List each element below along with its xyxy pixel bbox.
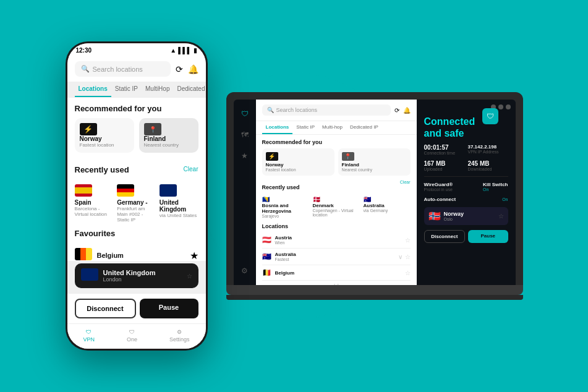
desktop-recent-bih[interactable]: 🇧🇦 Bosnia and Herzegovina Sarajevo xyxy=(262,196,309,218)
austria-star-icon[interactable]: ☆ xyxy=(405,237,411,244)
australia-name: Australia xyxy=(364,203,411,208)
australia2-actions: ∨ ☆ xyxy=(398,254,411,260)
connection-time-stat: 00:01:57 Connection time xyxy=(424,144,464,155)
desktop-clear-button[interactable]: Clear xyxy=(400,180,411,194)
fav-belgium[interactable]: Belgium ★ xyxy=(75,243,198,261)
scene: 12:30 ▲ ▌▌▌ ▮ 🔍 Search locations ⟳ 🔔 Loc… xyxy=(66,41,523,351)
vpn-ip-label: VPN IP Address xyxy=(468,150,508,154)
desktop-location-belgium[interactable]: 🇧🇪 Belgium ☆ xyxy=(262,265,411,281)
transfer-stats: 167 MB Uploaded 245 MB Downloaded xyxy=(424,160,508,171)
recently-used-title: Recently used xyxy=(75,165,129,174)
recent-uk[interactable]: United Kingdom via United States xyxy=(160,184,198,223)
download-label: Downloaded xyxy=(468,167,508,171)
search-icon: 🔍 xyxy=(81,65,90,73)
refresh-icon[interactable]: ⟳ xyxy=(176,64,183,74)
phone-status-icons: ▲ ▌▌▌ ▮ xyxy=(170,47,197,54)
connected-icon-wrapper: 🛡 xyxy=(482,108,498,124)
phone-bottom-nav: 🛡 VPN 🛡 One ⚙ Settings xyxy=(67,323,206,349)
expand-icon[interactable]: ∨ xyxy=(398,254,403,260)
recently-used-header: Recently used Clear xyxy=(75,159,198,179)
wifi-icon: ▲ xyxy=(170,47,176,54)
uk-active-name: United Kingdom xyxy=(103,269,156,276)
pin-icon: 📍 xyxy=(144,123,161,135)
desktop-scroll: Recommended for you ⚡ Norway Fastest loc… xyxy=(256,135,417,285)
desktop-bell-icon[interactable]: 🔔 xyxy=(403,107,411,114)
desktop-tab-static-ip[interactable]: Static IP xyxy=(292,121,318,134)
germany-name: Germany - xyxy=(117,199,147,206)
desktop-location-austria[interactable]: 🇦🇹 Austria Wien ☆ xyxy=(262,232,411,249)
desktop-disconnect-button[interactable]: Disconnect xyxy=(424,230,466,243)
spain-sub: Barcelona - Virtual location xyxy=(75,206,114,217)
lightning-icon: ⚡ xyxy=(80,123,97,135)
location-star-icon[interactable]: ☆ xyxy=(498,213,504,219)
fav-uk-active[interactable]: United Kingdom London ☆ xyxy=(75,263,198,288)
desktop-rec-norway[interactable]: ⚡ Norway Fastest location xyxy=(262,148,334,176)
stats-grid: 00:01:57 Connection time 37.142.2.198 VP… xyxy=(424,144,508,155)
desktop-search-icon: 🔍 xyxy=(267,107,274,113)
australia2-sub: Fastest xyxy=(275,257,296,262)
protocol-value: WireGuard® xyxy=(424,182,453,187)
uk-sub: via United States xyxy=(160,213,197,218)
recent-spain[interactable]: Spain Barcelona - Virtual location xyxy=(75,184,114,223)
desktop-location-australia[interactable]: 🇦🇺 Australia Fastest ∨ ☆ xyxy=(262,249,411,265)
bih-flag: 🇧🇦 xyxy=(262,196,309,203)
desktop-recent-denmark[interactable]: 🇩🇰 Denmark Copenhagen - Virtual location xyxy=(313,196,360,218)
conn-loc-info: Norway Oslo xyxy=(444,211,464,221)
rec-card-finland[interactable]: 📍 Finland Nearest country xyxy=(139,118,198,153)
belgium2-star-icon[interactable]: ☆ xyxy=(405,270,411,276)
sidebar-map-icon[interactable]: 🗺 xyxy=(238,128,252,142)
connection-time-value: 00:01:57 xyxy=(424,144,464,151)
auto-connect-label: Auto-connect xyxy=(424,197,456,202)
desktop-pause-button[interactable]: Pause xyxy=(468,230,508,243)
desktop-rec-finland[interactable]: 📍 Finland Nearest country xyxy=(338,148,411,176)
connected-panel: 🛡 Connected and safe 00:01:57 Connection… xyxy=(417,100,516,285)
desktop-refresh-icon[interactable]: ⟳ xyxy=(394,107,399,114)
rec-card-norway[interactable]: ⚡ Norway Fastest location xyxy=(75,118,134,153)
desktop-pin-icon: 📍 xyxy=(342,152,354,161)
finland-name: Finland xyxy=(144,135,166,142)
close-button[interactable] xyxy=(506,104,511,109)
denmark-flag: 🇩🇰 xyxy=(313,196,360,203)
connection-time-label: Connection time xyxy=(424,151,464,155)
phone-screen: 12:30 ▲ ▌▌▌ ▮ 🔍 Search locations ⟳ 🔔 Loc… xyxy=(67,43,206,349)
desktop-tab-dedicated-ip[interactable]: Dedicated IP xyxy=(346,121,382,134)
vpn-label: VPN xyxy=(83,336,95,343)
australia-flag: 🇦🇺 xyxy=(364,196,411,203)
bottom-tab-one[interactable]: 🛡 One xyxy=(127,329,137,343)
sidebar-star-icon[interactable]: ★ xyxy=(238,149,252,163)
sidebar-settings-icon[interactable]: ⚙ xyxy=(238,264,252,278)
phone-disconnect-button[interactable]: Disconnect xyxy=(75,299,136,318)
tab-locations[interactable]: Locations xyxy=(75,82,111,97)
conn-loc-name: Norway xyxy=(444,211,464,217)
maximize-button[interactable] xyxy=(498,104,503,109)
active-fav-section: United Kingdom London ☆ xyxy=(67,261,206,293)
bell-icon[interactable]: 🔔 xyxy=(188,64,198,74)
phone-pause-button[interactable]: Pause xyxy=(140,299,198,318)
spain-flag xyxy=(75,184,92,197)
desktop-recent-australia[interactable]: 🇦🇺 Australia via Germany xyxy=(364,196,411,218)
bih-sub: Sarajevo xyxy=(262,214,309,218)
sidebar-vpn-icon[interactable]: 🛡 xyxy=(238,107,252,121)
connected-location[interactable]: 🇳🇴 Norway Oslo ☆ xyxy=(424,207,508,225)
uk-flag xyxy=(160,184,177,197)
phone-search-input[interactable]: 🔍 Search locations xyxy=(75,61,171,77)
desktop-tab-locations[interactable]: Locations xyxy=(262,121,293,134)
desktop-search-input[interactable]: 🔍 Search locations xyxy=(262,104,391,116)
one-icon: 🛡 xyxy=(129,329,135,335)
killswitch-label: Kill Switch xyxy=(483,182,508,187)
tab-dedicated-ip[interactable]: Dedicated IP xyxy=(173,82,205,97)
vpn-ip-value: 37.142.2.198 xyxy=(468,144,508,150)
protocol-label: Protocol in use xyxy=(424,187,453,192)
upload-value: 167 MB xyxy=(424,160,464,167)
clear-button[interactable]: Clear xyxy=(184,166,198,173)
recent-germany[interactable]: Germany - Frankfurt am Main #002 - Stati… xyxy=(117,184,156,223)
tab-static-ip[interactable]: Static IP xyxy=(111,82,142,97)
australia2-star-icon[interactable]: ☆ xyxy=(405,254,411,260)
bottom-tab-settings[interactable]: ⚙ Settings xyxy=(169,329,190,343)
belgium2-name: Belgium xyxy=(275,270,295,276)
tab-multihop[interactable]: MultiHop xyxy=(142,82,173,97)
bottom-tab-vpn[interactable]: 🛡 VPN xyxy=(83,329,95,343)
desktop-tab-multihop[interactable]: Multi-hop xyxy=(318,121,346,134)
favourites-title: Favourites xyxy=(75,229,198,238)
battery-icon: ▮ xyxy=(194,47,197,54)
